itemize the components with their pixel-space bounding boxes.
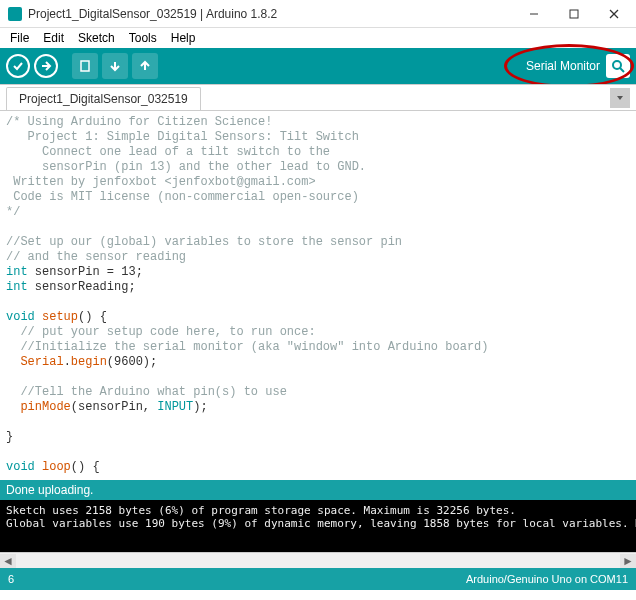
console-line: Sketch uses 2158 bytes (6%) of program s… xyxy=(6,504,516,517)
code-line: //Tell the Arduino what pin(s) to use xyxy=(6,385,287,399)
serial-monitor-label: Serial Monitor xyxy=(526,59,600,73)
svg-line-6 xyxy=(620,68,624,72)
compile-status: Done uploading. xyxy=(0,480,636,500)
new-sketch-button[interactable] xyxy=(72,53,98,79)
tab-row: Project1_DigitalSensor_032519 xyxy=(0,84,636,110)
scroll-right-icon[interactable]: ► xyxy=(620,554,636,568)
open-sketch-button[interactable] xyxy=(102,53,128,79)
code-line: // put your setup code here, to run once… xyxy=(6,325,316,339)
console-output[interactable]: Sketch uses 2158 bytes (6%) of program s… xyxy=(0,500,636,552)
code-token: pinMode xyxy=(20,400,70,414)
code-line: sensorPin (pin 13) and the other lead to… xyxy=(6,160,366,174)
code-token: Serial xyxy=(20,355,63,369)
code-token: void xyxy=(6,310,35,324)
code-line: Project 1: Simple Digital Sensors: Tilt … xyxy=(6,130,359,144)
scroll-track[interactable] xyxy=(16,554,620,568)
code-token: () { xyxy=(78,310,107,324)
console-scrollbar[interactable]: ◄ ► xyxy=(0,552,636,568)
board-port: Arduino/Genuino Uno on COM11 xyxy=(466,573,628,585)
menu-tools[interactable]: Tools xyxy=(123,29,163,47)
code-token: sensorPin = 13; xyxy=(28,265,143,279)
code-token: (9600); xyxy=(107,355,157,369)
code-token: . xyxy=(64,355,71,369)
console-line: Global variables use 190 bytes (9%) of d… xyxy=(6,517,636,530)
code-token: sensorReading; xyxy=(28,280,136,294)
code-token xyxy=(35,460,42,474)
code-line: //Initialize the serial monitor (aka "wi… xyxy=(6,340,488,354)
code-token: int xyxy=(6,265,28,279)
save-sketch-button[interactable] xyxy=(132,53,158,79)
menu-edit[interactable]: Edit xyxy=(37,29,70,47)
scroll-left-icon[interactable]: ◄ xyxy=(0,554,16,568)
code-line: */ xyxy=(6,205,20,219)
tab-menu-button[interactable] xyxy=(610,88,630,108)
menu-sketch[interactable]: Sketch xyxy=(72,29,121,47)
code-token: ); xyxy=(193,400,207,414)
code-token: () { xyxy=(71,460,100,474)
menu-help[interactable]: Help xyxy=(165,29,202,47)
code-editor[interactable]: /* Using Arduino for Citizen Science! Pr… xyxy=(0,110,636,480)
svg-rect-4 xyxy=(81,61,89,71)
footer-status: 6 Arduino/Genuino Uno on COM11 xyxy=(0,568,636,590)
code-line: /* Using Arduino for Citizen Science! xyxy=(6,115,272,129)
svg-point-5 xyxy=(613,61,621,69)
code-token: INPUT xyxy=(157,400,193,414)
code-token: int xyxy=(6,280,28,294)
window-controls xyxy=(514,0,634,28)
close-button[interactable] xyxy=(594,0,634,28)
menubar: File Edit Sketch Tools Help xyxy=(0,28,636,48)
code-token xyxy=(6,355,20,369)
compile-status-text: Done uploading. xyxy=(6,483,93,497)
code-token xyxy=(35,310,42,324)
sketch-tab[interactable]: Project1_DigitalSensor_032519 xyxy=(6,87,201,110)
window-title: Project1_DigitalSensor_032519 | Arduino … xyxy=(28,7,277,21)
maximize-button[interactable] xyxy=(554,0,594,28)
verify-button[interactable] xyxy=(6,54,30,78)
app-icon xyxy=(8,7,22,21)
titlebar: Project1_DigitalSensor_032519 | Arduino … xyxy=(0,0,636,28)
minimize-button[interactable] xyxy=(514,0,554,28)
code-line: Code is MIT license (non-commercial open… xyxy=(6,190,359,204)
code-line: // and the sensor reading xyxy=(6,250,186,264)
svg-rect-1 xyxy=(570,10,578,18)
code-token: (sensorPin, xyxy=(71,400,157,414)
code-token: setup xyxy=(42,310,78,324)
window-title-area: Project1_DigitalSensor_032519 | Arduino … xyxy=(8,7,514,21)
serial-monitor-area: Serial Monitor xyxy=(526,54,630,78)
upload-button[interactable] xyxy=(34,54,58,78)
code-token: void xyxy=(6,460,35,474)
code-line: Connect one lead of a tilt switch to the xyxy=(6,145,337,159)
serial-monitor-button[interactable] xyxy=(606,54,630,78)
line-number: 6 xyxy=(8,573,14,585)
code-line: //Set up our (global) variables to store… xyxy=(6,235,409,249)
code-token: loop xyxy=(42,460,71,474)
menu-file[interactable]: File xyxy=(4,29,35,47)
code-line: Written by jenfoxbot <jenfoxbot@gmail.co… xyxy=(6,175,316,189)
code-token: begin xyxy=(71,355,107,369)
code-token xyxy=(6,400,20,414)
code-line: } xyxy=(6,430,13,444)
toolbar: Serial Monitor xyxy=(0,48,636,84)
